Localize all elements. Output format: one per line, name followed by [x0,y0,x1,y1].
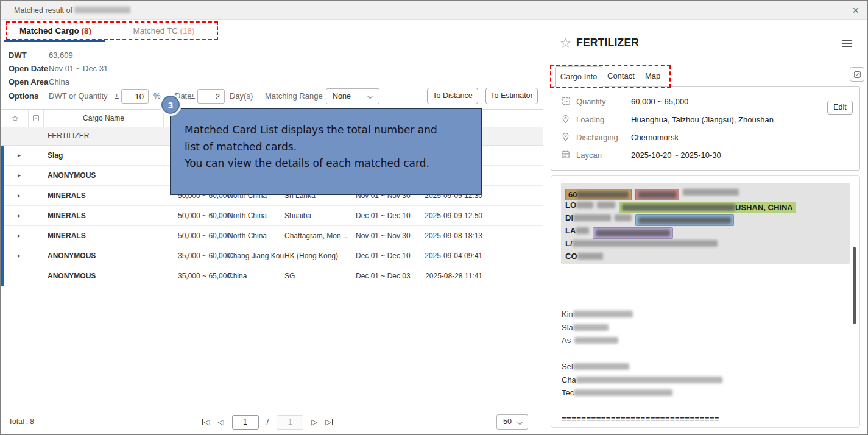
text-chunk: Sel [562,362,629,371]
options-label: Options [9,87,38,105]
discharging-row: Discharging Chernomorsk [551,131,859,144]
first-page-button[interactable]: ◁ [202,417,210,426]
readable-text: LA [565,226,576,235]
text-line: Kin [562,308,848,321]
note-icon [32,115,40,122]
loading-label: Loading [576,113,604,127]
tab-matched-cargo[interactable]: Matched Cargo (8) [1,20,110,42]
percent-sign: % [153,87,161,105]
discharging-value: Chernomorsk [631,131,679,144]
next-page-button[interactable]: ▷ [311,417,317,426]
text-chunk: Kin [562,309,633,319]
bar-glyph [202,419,203,425]
date-tolerance-input[interactable] [197,89,225,104]
text-chunk: LA [565,226,589,235]
plus-minus-sign: ± [115,87,119,105]
window-title-text: Matched result of [14,6,72,15]
title-bar: Matched result of × [1,1,867,20]
discharge-area-cell: Chattagram, Mon... [284,226,347,246]
load-area-cell: North China [228,206,267,225]
table-row[interactable]: ▸MINERALS50,000 ~ 60,000North ChinaShuai… [1,206,543,226]
row-group-selection-bar [1,146,4,286]
loading-value: Huanghua, Taizhou (Jiangsu), Zhoushan [631,113,774,127]
text-chunk: As [562,336,618,345]
tab-map[interactable]: Map [645,66,660,87]
redacted-text [638,191,676,198]
tab-label: Matched TC [133,26,177,35]
result-tab-bar: Matched Cargo (8) Matched TC (18) [1,20,546,42]
favorite-star-icon[interactable] [560,37,571,51]
window-title: Matched result of [14,6,130,15]
text-chunk: Tec [562,388,672,397]
text-chunk: ================================ [562,414,719,423]
redacted-text [576,202,593,208]
text-line: 60 [565,186,850,199]
edit-button[interactable]: Edit [827,101,853,115]
prev-page-button[interactable]: ◁ [218,417,224,426]
redacted-text [574,337,618,344]
matched-result-window: Matched result of × Matched Cargo (8) Ma… [0,0,868,435]
tab-count: (18) [180,26,195,35]
readable-text: Kin [562,309,573,319]
favorite-column-header[interactable] [1,110,29,127]
annotation-callout: Matched Card List displays the total num… [170,108,482,195]
menu-icon[interactable] [842,40,852,49]
scrollbar-thumb[interactable] [853,247,856,324]
redacted-text [573,363,629,370]
matching-range-select[interactable]: None [326,88,379,104]
page-size-select[interactable]: 50 [496,414,528,430]
quantity-tolerance-input[interactable] [121,89,149,104]
table-row[interactable]: ▸ANONYMOUS35,000 ~ 60,000Chang Jiang Kou… [1,246,543,266]
readable-text: As [562,336,571,345]
close-icon[interactable]: × [852,4,859,17]
table-row[interactable]: ANONYMOUS35,000 ~ 65,000ChinaSGDec 01 ~ … [1,266,543,286]
edit-note-button[interactable] [850,67,864,82]
redacted-title-text [74,7,130,13]
readable-text: Tec [562,388,574,397]
page-separator: / [267,417,269,426]
table-row[interactable]: ▸MINERALS50,000 ~ 60,000North ChinaChatt… [1,226,543,246]
discharge-area-cell: Shuaiba [284,206,311,225]
page-size-value: 50 [503,417,512,426]
quantity-label: Quantity [576,95,605,108]
pager-controls: ◁ ◁ / ▷ ▷ [202,408,333,435]
discharging-label: Discharging [576,131,618,144]
cargo-name-cell: ANONYMOUS [48,246,96,266]
text-line: Sel [562,360,848,373]
tab-contact[interactable]: Contact [607,66,635,87]
text-line: Sla [562,321,848,334]
redacted-text [622,204,735,211]
last-page-button[interactable]: ▷ [325,417,333,426]
dwt-label: DWT [9,49,27,62]
redacted-text [597,202,615,208]
open-date-label: Open Date [9,62,48,76]
text-line [562,400,848,413]
text-line: LOUSHAN, CHINA [565,199,850,211]
calendar-icon [561,150,570,161]
pagination-bar: Total : 8 ◁ ◁ / ▷ ▷ 50 [1,408,546,435]
updated-cell: 2025-08-28 11:41 [391,266,482,286]
email-source-card: 60LOUSHAN, CHINADILAL/CO KinSlaAsSelChaT… [551,175,860,428]
tab-cargo-info[interactable]: Cargo Info [555,66,602,87]
note-column-header[interactable] [29,110,44,127]
text-chunk: DI [565,213,632,222]
cargo-name-cell: MINERALS [48,206,86,225]
dwt-or-quantity-label: DWT or Quantity [49,87,108,105]
text-line: DI [565,211,850,224]
page-input[interactable] [232,415,259,430]
to-estimator-button[interactable]: To Estimator [485,88,538,104]
tab-matched-tc[interactable]: Matched TC (18) [110,20,218,42]
location-icon [561,115,570,126]
expand-icon: ▸ [18,226,21,246]
text-line [562,347,848,361]
to-distance-button[interactable]: To Distance [427,88,478,104]
readable-text: Sla [562,323,573,332]
laycan-label: Laycan [576,149,602,162]
pencil-square-icon [853,71,861,79]
cargo-name-column-header[interactable]: Cargo Name [44,110,164,127]
redacted-text [638,217,731,224]
annotation-line: list of matched cards. [185,139,481,156]
redacted-text [573,311,633,317]
redacted-text [596,230,670,236]
text-line: Tec [562,386,848,400]
